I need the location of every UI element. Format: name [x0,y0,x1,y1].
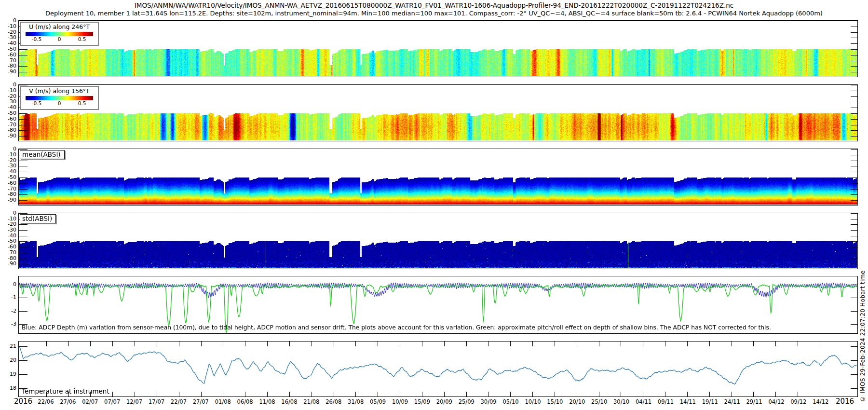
aquadopp-velocity-figure: IMOS/ANMN/WA/WATR10/Velocity/IMOS_ANMN-W… [0,0,868,410]
v-colorbar [26,96,93,100]
x-axis-tick-top [135,342,135,346]
x-axis-tick-top [355,342,356,346]
y-axis-tick-right [851,166,857,166]
panel-mean-absi: mean(ABSI) [18,149,858,205]
y-axis-tick-left [19,374,27,375]
u-colorbar-legend: U (m/s) along 246°T -0.5 0 0.5 [20,22,99,46]
x-axis-tick-bottom [201,392,202,396]
x-axis-tick-top [621,342,621,346]
x-axis-tick-top [267,342,268,346]
y-axis-tick-left [19,21,27,21]
u-colorbar [26,32,93,36]
y-axis-tick-left [19,130,27,131]
panel-std-absi: std(ABSI) [18,213,858,269]
y-axis-tick-label: 18 [0,385,16,391]
x-axis-tick-bottom [621,392,621,396]
y-axis-tick-label: -90 [0,260,16,267]
x-axis-tick-bottom [510,392,511,396]
y-axis-tick-right [851,130,857,131]
x-axis-tick-bottom [245,392,245,396]
figure-subtitle-deployment-info: Deployment 10, member 1 lat=31.64S lon=1… [0,10,868,17]
y-axis-tick-left [19,49,27,50]
panel-u-velocity: U (m/s) along 246°T -0.5 0 0.5 [18,20,858,77]
y-axis-tick-right [851,21,857,21]
y-axis-tick-right [851,55,857,55]
x-axis-tick-top [245,342,245,346]
y-axis-tick-right [851,324,857,325]
x-axis-tick-top [157,342,157,346]
y-axis-tick-right [851,189,857,190]
y-axis-tick-left [19,360,27,361]
x-axis-tick-bottom [334,392,334,396]
x-axis-tick-bottom [312,392,312,396]
x-axis-tick-bottom [488,392,488,396]
y-axis-tick-right [851,346,857,347]
y-axis-tick-label: -90 [0,68,16,75]
y-axis-tick-right [851,161,857,161]
y-axis-tick-left [19,230,27,231]
y-axis-tick-right [851,155,857,155]
figure-title-filename: IMOS/ANMN/WA/WATR10/Velocity/IMOS_ANMN-W… [0,1,868,9]
y-axis-tick-left [19,85,27,85]
x-axis-tick-top [732,342,732,346]
y-axis-tick-label: 20 [0,357,16,363]
u-legend-title: U (m/s) along 246°T [21,23,98,30]
y-axis-tick-label: -90 [0,133,16,139]
y-axis-tick-right [851,125,857,125]
y-axis-tick-left [19,72,27,72]
x-axis-tick-bottom [289,392,290,396]
y-axis-tick-left [19,253,27,253]
y-axis-tick-left [19,178,27,178]
y-axis-tick-left [19,119,27,120]
x-axis-tick-top [201,342,202,346]
y-axis-tick-label: -2 [0,308,16,314]
y-axis-tick-label: -3 [0,321,16,327]
y-axis-tick-left [19,149,27,150]
x-axis-tick-bottom [709,392,710,396]
y-axis-tick-right [851,213,857,214]
x-axis-tick-top [643,342,643,346]
std-absi-label-box: std(ABSI) [20,214,56,223]
x-axis-tick-bottom [599,392,599,396]
x-axis-tick-top [577,342,577,346]
y-axis-tick-left [19,236,27,236]
x-axis-tick-top [46,342,47,346]
y-axis-tick-right [851,61,857,61]
x-axis-tick-bottom [532,392,533,396]
v-legend-title: V (m/s) along 156°T [21,87,98,95]
y-axis-tick-left [19,136,27,137]
x-axis-tick-bottom [775,392,776,396]
v-colorbar-tick-pos: 0.5 [78,100,86,106]
x-axis-tick-top [510,342,511,346]
u-colorbar-tick-pos: 0.5 [78,36,86,42]
y-axis-tick-right [851,43,857,44]
y-axis-tick-right [851,49,857,50]
y-axis-tick-right [851,102,857,102]
x-axis-tick-bottom [267,392,268,396]
x-axis-tick-bottom [577,392,577,396]
x-axis-tick-top [179,342,179,346]
x-axis-tick-top [223,342,223,346]
x-axis-tick-top [312,342,312,346]
y-axis-tick-right [851,298,857,298]
y-axis-tick-right [851,247,857,247]
std-absi-heatmap [19,213,857,268]
x-axis-tick-top [289,342,290,346]
x-axis-tick-bottom [179,392,179,396]
x-axis-tick-bottom [157,392,157,396]
y-axis-tick-right [851,241,857,242]
panel-v-velocity: V (m/s) along 156°T -0.5 0 0.5 [18,84,858,141]
x-axis-tick-bottom [820,392,820,396]
x-axis-tick-top [488,342,488,346]
x-axis-tick-top [444,342,445,346]
temperature-label: Temperature at instrument [22,387,109,395]
x-axis-tick-bottom [466,392,467,396]
y-axis-tick-label: -1 [0,294,16,301]
y-axis-tick-right [851,253,857,253]
x-axis-tick-top [798,342,798,346]
x-axis-tick-top [422,342,422,346]
y-axis-tick-left [19,298,27,298]
x-axis-date-label: 14/12 [806,398,835,405]
y-axis-tick-label: 0 [0,281,16,287]
y-axis-tick-label: 21 [0,343,16,349]
